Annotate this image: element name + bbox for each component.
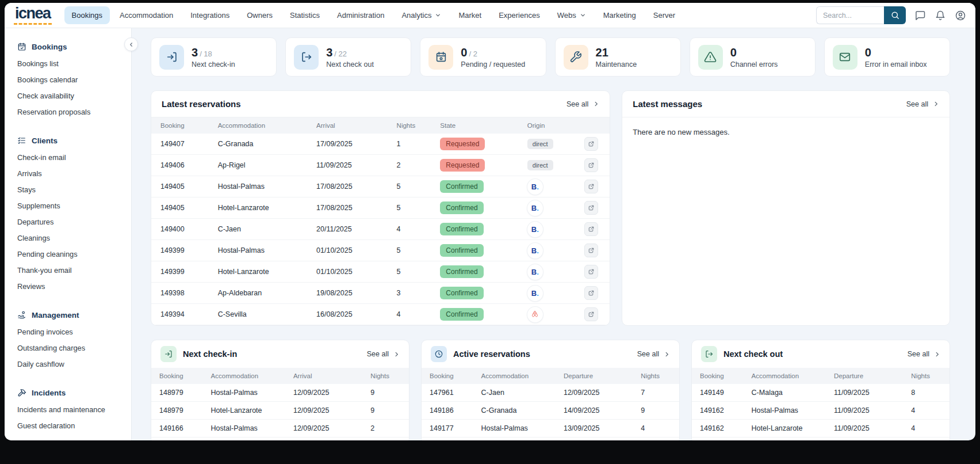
table-row[interactable]: 149399 Hotel-Lanzarote 01/10/2025 5 Conf… xyxy=(151,261,610,283)
nights-count: 4 xyxy=(633,420,679,437)
see-all-link[interactable]: See all xyxy=(637,350,670,358)
notifications-button[interactable] xyxy=(935,10,946,21)
table-row[interactable]: 148979 Hostal-Palmas 12/09/2025 9 xyxy=(151,384,409,402)
nav-item[interactable]: Integrations xyxy=(183,6,237,24)
chevron-down-icon xyxy=(435,12,441,18)
stat-card[interactable]: 0 Channel errors xyxy=(690,37,816,77)
see-all-link[interactable]: See all xyxy=(908,350,940,358)
nav-item[interactable]: Webs xyxy=(550,6,594,24)
stats-row: 3/ 18 Next check-in xyxy=(151,37,950,77)
stat-card[interactable]: 21 Maintenance xyxy=(555,37,681,77)
table-row[interactable]: 149399 Hostal-Palmas 01/10/2025 5 Confir… xyxy=(151,240,610,261)
sidebar-item[interactable]: Daily cashflow xyxy=(17,356,131,372)
column-header: Booking xyxy=(422,368,473,384)
nav-item[interactable]: Accommodation xyxy=(112,6,181,24)
sidebar-item[interactable]: Check availability xyxy=(17,88,131,104)
table-row[interactable]: 149162 Hostal-Palmas 11/09/2025 4 xyxy=(692,402,950,420)
table-row[interactable]: 149405 Hostal-Palmas 17/08/2025 5 Confir… xyxy=(151,176,610,197)
open-booking-button[interactable] xyxy=(584,244,598,257)
table-row[interactable]: 149186 C-Granada 14/09/2025 9 xyxy=(422,402,679,420)
open-booking-button[interactable] xyxy=(584,180,598,193)
nav-item[interactable]: Server xyxy=(646,6,683,24)
see-all-link[interactable]: See all xyxy=(566,100,599,108)
table-row[interactable]: 149407 C-Granada 17/09/2025 1 Requested … xyxy=(151,134,610,155)
open-booking-button[interactable] xyxy=(584,201,598,215)
sidebar-header-management[interactable]: Management xyxy=(17,308,131,324)
sidebar-header-incidents[interactable]: Incidents xyxy=(17,386,131,401)
stat-texts: 0 Channel errors xyxy=(730,46,778,69)
stat-card[interactable]: 0 Error in email inbox xyxy=(824,37,950,77)
table-row[interactable]: 149405 Hotel-Lanzarote 17/08/2025 5 Conf… xyxy=(151,197,610,219)
nav-item[interactable]: Experiences xyxy=(491,6,548,24)
sidebar-item[interactable]: Outstanding charges xyxy=(17,340,131,356)
stat-card[interactable]: 3/ 18 Next check-in xyxy=(151,37,277,77)
open-booking-button[interactable] xyxy=(584,137,598,151)
open-booking-button[interactable] xyxy=(584,222,598,236)
nights-count: 7 xyxy=(633,384,679,401)
table-header-row: Booking Accommodation Arrival Nights xyxy=(151,368,409,384)
table-row[interactable]: 149177 Hostal-Palmas 13/09/2025 4 xyxy=(422,420,679,438)
nav-item[interactable]: Market xyxy=(451,6,489,24)
sidebar-item[interactable]: Thank-you email xyxy=(17,262,131,278)
chevron-right-icon xyxy=(593,101,599,107)
sidebar-item[interactable]: Stays xyxy=(17,181,131,197)
table-row[interactable]: 149394 C-Sevilla 16/08/2025 4 Confirmed … xyxy=(151,304,610,325)
account-button[interactable] xyxy=(955,10,966,21)
table-row[interactable]: 149149 C-Malaga 11/09/2025 8 xyxy=(692,384,950,402)
messages-button[interactable] xyxy=(914,10,926,21)
see-all-link[interactable]: See all xyxy=(367,350,400,358)
nav-item[interactable]: Marketing xyxy=(596,6,644,24)
nav-item[interactable]: Bookings xyxy=(64,6,110,24)
stat-number: 21 xyxy=(596,46,608,59)
stat-card[interactable]: 0/ 2 Pending / requested xyxy=(420,37,546,77)
search-input[interactable] xyxy=(816,6,884,24)
sidebar-item[interactable]: Reviews xyxy=(17,278,131,294)
table-row[interactable]: 149406 Ap-Rigel 11/09/2025 2 Requested d… xyxy=(151,155,610,176)
sidebar-item[interactable]: Arrivals xyxy=(17,165,131,181)
sidebar-item[interactable]: Check-in email xyxy=(17,149,131,165)
sidebar-item[interactable]: Pending cleanings xyxy=(17,246,131,262)
table-row[interactable]: 149400 C-Jaen 20/11/2025 4 Confirmed boo… xyxy=(151,219,610,240)
arrival-date: 01/10/2025 xyxy=(307,246,388,254)
chevron-down-icon xyxy=(580,12,586,18)
state-badge: Confirmed xyxy=(440,223,483,235)
nights-count: 9 xyxy=(362,384,409,401)
open-booking-button[interactable] xyxy=(584,265,598,279)
stat-number: 0 xyxy=(730,46,737,59)
see-all-label: See all xyxy=(637,350,659,358)
sidebar-item[interactable]: Departures xyxy=(17,214,131,230)
booking-com-icon: B. xyxy=(527,264,543,280)
sidebar-item[interactable]: Supplements xyxy=(17,197,131,214)
table-row[interactable]: 149398 Ap-Aldebaran 19/08/2025 3 Confirm… xyxy=(151,283,610,304)
open-booking-button[interactable] xyxy=(584,286,598,300)
sidebar-item[interactable]: Guest declaration xyxy=(17,417,131,433)
external-link-icon xyxy=(588,290,595,296)
open-booking-button[interactable] xyxy=(584,158,598,172)
see-all-link[interactable]: See all xyxy=(906,100,939,108)
open-booking-button[interactable] xyxy=(584,307,598,321)
nav-item[interactable]: Administration xyxy=(330,6,392,24)
column-header: State xyxy=(431,117,518,134)
state-badge: Confirmed xyxy=(440,201,483,214)
booking-com-icon: B. xyxy=(527,243,543,258)
table-row[interactable]: 149162 Hotel-Lanzarote 11/09/2025 4 xyxy=(692,420,950,438)
table-row[interactable]: 149166 Hostal-Palmas 12/09/2025 2 xyxy=(151,420,409,438)
sidebar-header-clients[interactable]: Clients xyxy=(17,134,131,149)
sidebar-header-bookings[interactable]: Bookings xyxy=(17,40,131,55)
nav-item[interactable]: Statistics xyxy=(282,6,327,24)
sidebar-item[interactable]: Pending invoices xyxy=(17,324,131,340)
sidebar-item[interactable]: Reservation proposals xyxy=(17,104,131,120)
nights-count: 4 xyxy=(903,420,950,437)
nav-item[interactable]: Analytics xyxy=(394,6,449,24)
stat-card[interactable]: 3/ 22 Next check out xyxy=(285,37,411,77)
sidebar-collapse-button[interactable] xyxy=(124,37,138,51)
sidebar-item[interactable]: Cleanings xyxy=(17,230,131,246)
nav-item[interactable]: Owners xyxy=(239,6,280,24)
sidebar-item[interactable]: Bookings calendar xyxy=(17,71,131,88)
table-row[interactable]: 147961 C-Jaen 12/09/2025 7 xyxy=(422,384,679,402)
column-header: Departure xyxy=(556,368,633,384)
sidebar-item[interactable]: Incidents and maintenance xyxy=(17,401,131,417)
sidebar-item[interactable]: Bookings list xyxy=(17,55,131,71)
table-row[interactable]: 148979 Hotel-Lanzarote 12/09/2025 9 xyxy=(151,402,409,420)
search-button[interactable] xyxy=(884,6,906,24)
